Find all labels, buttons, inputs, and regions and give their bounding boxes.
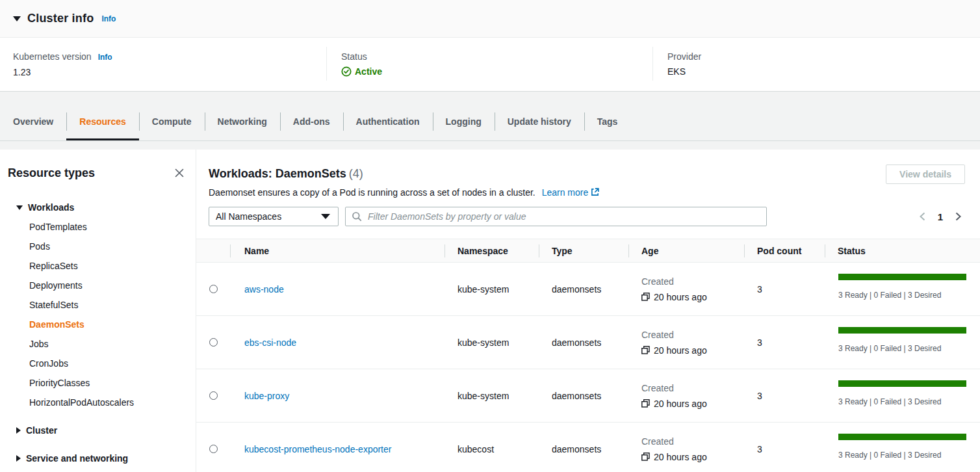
row-radio-button[interactable]	[209, 391, 218, 400]
namespace-cell: kubecost	[445, 444, 539, 454]
type-cell: daemonsets	[539, 337, 628, 348]
age-created-label: Created	[641, 327, 744, 343]
age-value: 20 hours ago	[654, 343, 707, 358]
type-cell: daemonsets	[539, 444, 628, 454]
tab-networking[interactable]: Networking	[205, 92, 280, 140]
page-number[interactable]: 1	[938, 211, 943, 222]
status-progress-bar	[838, 274, 966, 280]
daemonsets-table: NameNamespaceTypeAgePod countStatus aws-…	[196, 239, 980, 472]
daemonsets-panel: Workloads: DaemonSets(4) View details Da…	[196, 150, 980, 472]
tree-group-cluster[interactable]: Cluster	[0, 421, 196, 440]
age-cell: Created20 hours ago	[628, 380, 744, 412]
age-created-label: Created	[641, 274, 744, 289]
status-value: Active	[355, 66, 382, 77]
tree-group-service-and-networking[interactable]: Service and networking	[0, 449, 196, 468]
column-header-namespace: Namespace	[445, 239, 539, 262]
copy-icon[interactable]	[641, 293, 650, 301]
table-row-aws-node: aws-nodekube-systemdaemonsetsCreated20 h…	[196, 263, 980, 316]
age-created-label: Created	[641, 380, 744, 396]
status-cell: 3 Ready | 0 Failed | 3 Desired	[825, 274, 980, 299]
panel-title: Workloads: DaemonSets(4)	[209, 166, 363, 181]
provider-label: Provider	[667, 52, 701, 61]
copy-icon[interactable]	[641, 346, 650, 354]
learn-more-link[interactable]: Learn more	[542, 187, 600, 198]
row-radio-button[interactable]	[209, 285, 218, 293]
tree-group-label: Workloads	[28, 202, 74, 213]
table-row-kube-proxy: kube-proxykube-systemdaemonsetsCreated20…	[196, 369, 980, 423]
type-cell: daemonsets	[539, 391, 628, 401]
pod-count-cell: 3	[744, 444, 825, 454]
column-header-status: Status	[825, 239, 980, 262]
sidebar-item-deployments[interactable]: Deployments	[0, 276, 196, 295]
namespace-filter-value: All Namespaces	[216, 211, 281, 222]
daemonset-name-link[interactable]: aws-node	[244, 284, 284, 295]
kubernetes-version-info-link[interactable]: Info	[98, 53, 112, 62]
status-text: 3 Ready | 0 Failed | 3 Desired	[838, 451, 966, 459]
provider-value: EKS	[667, 66, 980, 77]
view-details-button[interactable]: View details	[886, 164, 965, 184]
search-input[interactable]	[367, 211, 761, 222]
sidebar-item-podtemplates[interactable]: PodTemplates	[0, 217, 196, 237]
tree-group-label: Service and networking	[26, 453, 128, 464]
page-title: Cluster info	[27, 12, 94, 25]
row-radio-button[interactable]	[209, 338, 218, 347]
cluster-info-header: Cluster info Info	[0, 0, 980, 38]
search-icon	[352, 211, 362, 222]
sidebar-item-daemonsets[interactable]: DaemonSets	[0, 315, 196, 334]
resource-types-tree: WorkloadsPodTemplatesPodsReplicaSetsDepl…	[0, 198, 196, 468]
table-row-kubecost-prometheus-node-exporter: kubecost-prometheus-node-exporterkubecos…	[196, 423, 980, 472]
sidebar-item-priorityclasses[interactable]: PriorityClasses	[0, 373, 196, 393]
caret-right-icon	[16, 455, 21, 462]
pod-count-cell: 3	[744, 391, 825, 401]
tab-authentication[interactable]: Authentication	[343, 92, 433, 140]
cluster-tabs: OverviewResourcesComputeNetworkingAdd-on…	[0, 92, 980, 141]
age-value: 20 hours ago	[654, 289, 707, 305]
previous-page-icon[interactable]	[916, 209, 929, 224]
tab-add-ons[interactable]: Add-ons	[280, 92, 343, 140]
daemonset-name-link[interactable]: kubecost-prometheus-node-exporter	[244, 444, 391, 454]
namespace-filter-select[interactable]: All Namespaces	[209, 207, 339, 226]
status-cell: 3 Ready | 0 Failed | 3 Desired	[825, 327, 980, 352]
caret-down-icon	[16, 205, 23, 210]
age-cell: Created20 hours ago	[628, 327, 744, 358]
status-text: 3 Ready | 0 Failed | 3 Desired	[838, 345, 966, 352]
status-label: Status	[341, 52, 367, 61]
sidebar-item-horizontalpodautoscalers[interactable]: HorizontalPodAutoscalers	[0, 393, 196, 412]
row-radio-button[interactable]	[209, 445, 218, 453]
collapse-caret-icon[interactable]	[13, 16, 21, 21]
cluster-info-link[interactable]: Info	[101, 14, 116, 23]
tab-update-history[interactable]: Update history	[495, 92, 584, 140]
close-icon[interactable]	[174, 168, 185, 178]
sidebar-item-pods[interactable]: Pods	[0, 237, 196, 256]
pod-count-cell: 3	[744, 284, 825, 295]
kubernetes-version-field: Kubernetes version Info 1.23	[0, 38, 326, 91]
table-header: NameNamespaceTypeAgePod countStatus	[196, 239, 980, 263]
tree-group-label: Cluster	[26, 425, 57, 436]
age-cell: Created20 hours ago	[628, 274, 744, 305]
tab-resources[interactable]: Resources	[66, 92, 139, 140]
column-header-type: Type	[539, 239, 628, 262]
tree-group-workloads[interactable]: Workloads	[0, 198, 196, 217]
resource-types-panel: Resource types WorkloadsPodTemplatesPods…	[0, 150, 196, 472]
status-text: 3 Ready | 0 Failed | 3 Desired	[838, 398, 966, 406]
status-active-icon	[341, 66, 352, 77]
age-created-label: Created	[641, 434, 744, 449]
copy-icon[interactable]	[641, 452, 650, 461]
caret-right-icon	[16, 427, 21, 434]
copy-icon[interactable]	[641, 399, 650, 408]
tab-overview[interactable]: Overview	[0, 92, 66, 140]
sidebar-item-statefulsets[interactable]: StatefulSets	[0, 295, 196, 315]
tab-compute[interactable]: Compute	[139, 92, 205, 140]
daemonset-name-link[interactable]: kube-proxy	[244, 391, 289, 401]
status-field: Status Active	[327, 38, 652, 91]
tab-logging[interactable]: Logging	[433, 92, 495, 140]
daemonset-name-link[interactable]: ebs-csi-node	[244, 337, 296, 348]
sidebar-item-jobs[interactable]: Jobs	[0, 334, 196, 354]
tab-tags[interactable]: Tags	[584, 92, 631, 140]
column-header-age: Age	[628, 239, 744, 262]
next-page-icon[interactable]	[951, 209, 965, 224]
sidebar-item-replicasets[interactable]: ReplicaSets	[0, 256, 196, 276]
sidebar-item-cronjobs[interactable]: CronJobs	[0, 354, 196, 373]
namespace-cell: kube-system	[445, 284, 539, 295]
external-link-icon	[591, 188, 599, 198]
